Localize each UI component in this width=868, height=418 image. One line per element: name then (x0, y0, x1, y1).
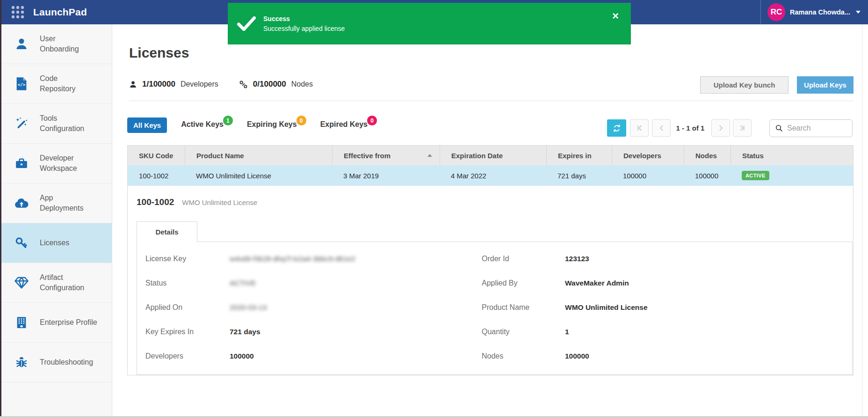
pagination-info: 1 - 1 of 1 (672, 119, 709, 137)
sidebar-item-licenses[interactable]: Licenses (1, 223, 112, 263)
nodes-value: 100000 (565, 352, 852, 360)
developers-stat: 1/100000 Developers (129, 80, 218, 89)
sidebar-item-label: App Deployments (40, 193, 83, 214)
page-title: Licenses (129, 45, 189, 61)
avatar[interactable]: RC (767, 3, 785, 21)
license-key-value: w4xd9-f3k28-dhq7l-lx2a4-3bbc9-d61e2 (230, 255, 482, 263)
tab-details[interactable]: Details (137, 221, 197, 242)
column-header-nodes[interactable]: Nodes (684, 146, 731, 165)
refresh-icon (612, 124, 622, 133)
previous-page-button[interactable] (652, 119, 671, 137)
scrollbar-track[interactable] (862, 24, 862, 416)
person-icon (129, 81, 137, 88)
last-page-button[interactable] (733, 119, 752, 137)
field-label: Status (145, 279, 230, 287)
product-name-value: WMO Unlimited License (565, 303, 852, 312)
sidebar-item-label: Tools Configuration (40, 113, 84, 134)
field-label: Applied By (482, 279, 565, 287)
column-header-developers[interactable]: Developers (612, 146, 684, 165)
sort-asc-icon (427, 154, 432, 157)
header-divider (129, 101, 854, 101)
code-file-icon: </> (14, 76, 29, 92)
tab-expired-keys[interactable]: Expired Keys 0 (320, 120, 377, 130)
sidebar-item-developer-workspace[interactable]: Developer Workspace (1, 144, 112, 183)
search-input[interactable] (787, 124, 843, 132)
tab-all-keys[interactable]: All Keys (127, 117, 167, 133)
column-header-product-name[interactable]: Product Name (185, 146, 332, 165)
bug-icon (14, 354, 29, 370)
upload-keys-button[interactable]: Upload Keys (797, 76, 854, 94)
detail-row: Key Expires In 721 days Quantity 1 (137, 320, 852, 344)
field-label: License Key (145, 255, 230, 263)
user-menu[interactable]: RC Ramana Chowda... (760, 0, 868, 24)
details-panel: License Key w4xd9-f3k28-dhq7l-lx2a4-3bbc… (137, 242, 853, 375)
building-icon (14, 315, 29, 330)
last-page-icon (738, 124, 746, 132)
app-grid-icon[interactable] (11, 5, 25, 19)
detail-row: Applied On 2020-03-13 Product Name WMO U… (137, 295, 852, 320)
cloud-upload-icon (14, 195, 29, 211)
sidebar-item-tools-configuration[interactable]: Tools Configuration (1, 104, 112, 144)
cell-effective-from: 3 Mar 2019 (332, 165, 440, 186)
field-label: Developers (145, 352, 230, 360)
sidebar-item-label: Licenses (40, 238, 69, 248)
sidebar-item-label: User Onboarding (40, 34, 79, 55)
window-edge (0, 0, 1, 418)
cell-product: WMO Unlimited License (185, 165, 332, 186)
close-icon[interactable]: × (612, 10, 619, 22)
order-id-value: 123123 (565, 255, 852, 263)
cell-expiration-date: 4 Mar 2022 (440, 165, 546, 186)
user-name: Ramana Chowda... (790, 8, 850, 16)
diamond-icon (14, 275, 29, 291)
stat-value: 0/100000 (253, 80, 286, 89)
column-header-sku-code[interactable]: SKU Code (128, 146, 185, 165)
sidebar-item-troubleshooting[interactable]: Troubleshooting (1, 343, 112, 382)
toast-title: Success (263, 15, 345, 22)
sidebar-item-label: Troubleshooting (40, 357, 93, 367)
chevron-left-icon (658, 124, 665, 132)
cell-sku: 100-1002 (128, 165, 185, 186)
tab-label: Expired Keys (320, 120, 368, 129)
search-box (769, 119, 853, 137)
column-header-expiration-date[interactable]: Expiration Date (440, 146, 546, 165)
chevron-right-icon (717, 124, 725, 132)
window-bottom-edge (0, 416, 868, 418)
table-row[interactable]: 100-1002 WMO Unlimited License 3 Mar 201… (128, 165, 853, 186)
field-label: Key Expires In (145, 328, 230, 336)
chevron-down-icon (856, 11, 861, 14)
sidebar-item-user-onboarding[interactable]: User Onboarding (1, 24, 112, 64)
expanded-license-detail: 100-1002 WMO Unlimited License Details L… (128, 186, 853, 375)
next-page-button[interactable] (711, 119, 730, 137)
tab-active-keys[interactable]: Active Keys 1 (181, 120, 233, 130)
cell-expires-in: 721 days (546, 165, 612, 186)
upload-key-bunch-button[interactable]: Upload Key bunch (700, 76, 788, 94)
quantity-value: 1 (565, 328, 852, 336)
detail-row: License Key w4xd9-f3k28-dhq7l-lx2a4-3bbc… (137, 247, 852, 271)
applied-on-value: 2020-03-13 (230, 303, 482, 312)
app-title: LaunchPad (33, 7, 87, 18)
column-header-expires-in[interactable]: Expires in (546, 146, 612, 165)
sidebar-item-label: Code Repository (40, 73, 75, 95)
tab-expiring-keys[interactable]: Expiring Keys 0 (247, 120, 306, 130)
sidebar-item-artifact-configuration[interactable]: Artifact Configuration (1, 263, 112, 303)
licenses-table: SKU Code Product Name Effective from Exp… (127, 145, 854, 375)
stat-label: Nodes (291, 80, 313, 88)
toast-message: Successfully applied license (263, 25, 345, 32)
column-header-effective-from[interactable]: Effective from (332, 146, 440, 165)
stat-label: Developers (181, 80, 218, 88)
sidebar-item-code-repository[interactable]: </> Code Repository (1, 64, 112, 104)
key-expires-in-value: 721 days (230, 328, 482, 336)
column-header-status[interactable]: Status (731, 146, 853, 165)
link-icon (239, 80, 248, 89)
cell-developers: 100000 (612, 165, 684, 186)
cell-nodes: 100000 (684, 165, 731, 186)
first-page-button[interactable] (630, 119, 649, 137)
status-value: ACTIVE (230, 279, 482, 287)
briefcase-icon (14, 155, 29, 171)
status-badge: ACTIVE (742, 171, 769, 180)
sidebar-item-enterprise-profile[interactable]: Enterprise Profile (1, 303, 112, 343)
sidebar-item-app-deployments[interactable]: App Deployments (1, 183, 112, 223)
refresh-button[interactable] (607, 119, 626, 137)
tab-label: Expiring Keys (247, 120, 297, 129)
detail-sku: 100-1002 (137, 197, 174, 207)
